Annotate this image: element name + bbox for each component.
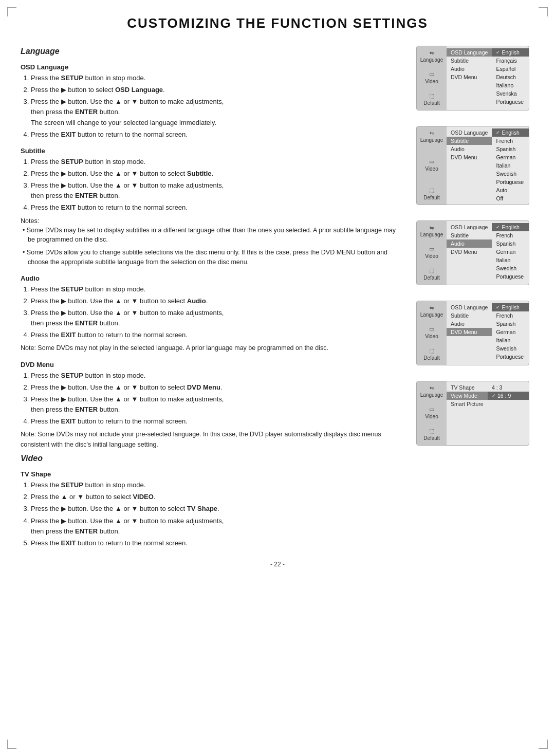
- vid-col2-169: ✓ 16 : 9: [488, 392, 529, 400]
- page-number: - 22 -: [21, 561, 534, 568]
- audio-col2-spanish: Spanish: [492, 239, 529, 248]
- audio-col1-subtitle: Subtitle: [447, 231, 492, 239]
- sub-col1-dvd: DVD Menu: [447, 153, 492, 161]
- notes-label: Notes:: [21, 217, 402, 225]
- sub-col2-german: German: [492, 153, 529, 161]
- dvd-col2-french: French: [492, 311, 529, 320]
- audio-step-1: Press the SETUP button in stop mode.: [31, 284, 402, 294]
- audio-step-4: Press the EXIT button to return to the n…: [31, 330, 402, 340]
- tv-shape-heading: TV Shape: [21, 470, 402, 478]
- dvd-col1-audio: Audio: [447, 320, 492, 328]
- subtitle-step-2: Press the ▶ button. Use the ▲ or ▼ butto…: [31, 169, 402, 179]
- osd-col2-french: Français: [492, 57, 529, 65]
- sub-video-icon: ▭: [429, 158, 434, 165]
- audio-step-2: Press the ▶ button. Use the ▲ or ▼ butto…: [31, 296, 402, 306]
- sub-col1-osd: OSD Language: [447, 128, 492, 137]
- osd-col2-portuguese: Portuguese: [492, 98, 529, 106]
- subtitle-note-1: Some DVDs may be set to display subtitle…: [28, 226, 402, 245]
- page-title: CUSTOMIZING THE FUNCTION SETTINGS: [21, 15, 534, 31]
- audio-sidebar-default: ⬚ Default: [423, 267, 440, 281]
- audio-video-icon: ▭: [429, 246, 434, 252]
- sub-col2-english: ✓ English: [492, 128, 529, 137]
- subtitle-step-3: Press the ▶ button. Use the ▲ or ▼ butto…: [31, 180, 402, 201]
- osd-col1-item-dvd: DVD Menu: [447, 73, 492, 81]
- video-section-heading: Video: [21, 454, 402, 463]
- osd-col2-italian: Italiano: [492, 81, 529, 89]
- subtitle-note-2: Some DVDs allow you to change subtitle s…: [28, 248, 402, 267]
- sub-check-icon: ✓: [496, 130, 500, 135]
- dvd-col1-subtitle: Subtitle: [447, 311, 492, 320]
- audio-sidebar-video-label: Video: [425, 253, 438, 259]
- audio-col1-audio: Audio: [447, 239, 492, 248]
- sub-sidebar-default: ⬚ Default: [423, 187, 440, 200]
- video-icon: ▭: [429, 71, 434, 78]
- check-icon: ✓: [496, 50, 500, 55]
- vid-default-icon: ⬚: [429, 428, 434, 434]
- dvd-menu-content: OSD Language Subtitle Audio DVD Menu ✓ E…: [447, 301, 529, 365]
- tv-shape-steps: Press the SETUP button in stop mode. Pre…: [31, 480, 402, 548]
- video-menu-content: TV Shape View Mode Smart Picture 4 : 3 ✓…: [447, 381, 529, 445]
- subtitle-col1: OSD Language Subtitle Audio DVD Menu: [447, 126, 492, 205]
- osd-step-3: Press the ▶ button. Use the ▲ or ▼ butto…: [31, 97, 402, 127]
- subtitle-heading: Subtitle: [21, 147, 402, 155]
- left-column: Language OSD Language Press the SETUP bu…: [21, 43, 402, 551]
- video-menu-sidebar: ⇆ Language ▭ Video ⬚ Default: [417, 381, 447, 445]
- audio-col1: OSD Language Subtitle Audio DVD Menu: [447, 221, 492, 285]
- dvd-step-1: Press the SETUP button in stop mode.: [31, 371, 402, 381]
- audio-note: Note: Some DVDs may not play in the sele…: [21, 343, 402, 353]
- video-section: Video TV Shape Press the SETUP button in…: [21, 454, 402, 548]
- dvd-col2-swedish: Swedish: [492, 344, 529, 353]
- video-menu-box: ⇆ Language ▭ Video ⬚ Default TV Shape: [416, 381, 529, 446]
- dvd-sidebar-language-label: Language: [420, 312, 443, 318]
- dvd-step-3: Press the ▶ button. Use the ▲ or ▼ butto…: [31, 394, 402, 415]
- content-wrapper: Language OSD Language Press the SETUP bu…: [21, 43, 534, 551]
- sub-sidebar-language-label: Language: [420, 137, 443, 143]
- video-col2: 4 : 3 ✓ 16 : 9: [488, 381, 529, 445]
- sidebar-language-label: Language: [420, 57, 443, 63]
- osd-language-subsection: OSD Language Press the SETUP button in s…: [21, 63, 402, 140]
- vid-sidebar-default-label: Default: [423, 435, 440, 441]
- audio-col2-swedish: Swedish: [492, 264, 529, 272]
- sub-col2-spanish: Spanish: [492, 145, 529, 153]
- tv-shape-step-3: Press the ▶ button. Use the ▲ or ▼ butto…: [31, 504, 402, 514]
- video-menu-inner: ⇆ Language ▭ Video ⬚ Default TV Shape: [417, 381, 529, 445]
- video-col1: TV Shape View Mode Smart Picture: [447, 381, 488, 445]
- sub-col2-portuguese: Portuguese: [492, 178, 529, 186]
- vid-language-arrow-icon: ⇆: [430, 385, 434, 391]
- dvd-col2-german: German: [492, 328, 529, 336]
- osd-col2-spanish: Español: [492, 65, 529, 73]
- audio-sidebar-language-label: Language: [420, 232, 443, 237]
- subtitle-step-4: Press the EXIT button to return to the n…: [31, 202, 402, 213]
- vid-col1-smartpicture: Smart Picture: [447, 400, 488, 408]
- audio-menu-box: ⇆ Language ▭ Video ⬚ Default OSD Languag…: [416, 220, 529, 285]
- vid-sidebar-video-label: Video: [425, 414, 438, 419]
- sidebar-default-label: Default: [423, 100, 440, 106]
- osd-step-1: Press the SETUP button in stop mode.: [31, 73, 402, 83]
- dvd-col2: ✓ English French Spanish German Italian …: [492, 301, 529, 365]
- corner-mark-bl: [7, 740, 16, 749]
- dvd-col1-osd: OSD Language: [447, 303, 492, 311]
- dvd-menu-sidebar: ⇆ Language ▭ Video ⬚ Default: [417, 301, 447, 365]
- tv-shape-step-5: Press the EXIT button to return to the n…: [31, 538, 402, 548]
- subtitle-subsection: Subtitle Press the SETUP button in stop …: [21, 147, 402, 267]
- sidebar-video-label: Video: [425, 79, 438, 84]
- subtitle-menu-inner: ⇆ Language ▭ Video ⬚ Default OSD Languag…: [417, 126, 529, 205]
- sidebar-language-item: ⇆ Language: [420, 50, 443, 63]
- dvd-sidebar-video: ▭ Video: [425, 326, 438, 339]
- osd-col2-swedish: Svenska: [492, 89, 529, 98]
- language-section: Language OSD Language Press the SETUP bu…: [21, 47, 402, 450]
- audio-col2-german: German: [492, 248, 529, 256]
- sub-language-arrow-icon: ⇆: [430, 131, 434, 136]
- vid-sidebar-video: ▭ Video: [425, 406, 438, 419]
- dvd-step-2: Press the ▶ button. Use the ▲ or ▼ butto…: [31, 382, 402, 393]
- osd-language-menu-inner: ⇆ Language ▭ Video ⬚ Default OSD Languag…: [417, 46, 529, 110]
- osd-language-heading: OSD Language: [21, 63, 402, 71]
- corner-mark-tl: [7, 7, 16, 16]
- sidebar-video-item: ▭ Video: [425, 71, 438, 84]
- dvd-menu-subsection: DVD Menu Press the SETUP button in stop …: [21, 361, 402, 450]
- audio-menu-inner: ⇆ Language ▭ Video ⬚ Default OSD Languag…: [417, 221, 529, 285]
- vid-video-icon: ▭: [429, 406, 434, 413]
- audio-col2-english: ✓ English: [492, 223, 529, 231]
- osd-col1-item-osd: OSD Language: [447, 48, 492, 57]
- dvd-menu-steps: Press the SETUP button in stop mode. Pre…: [31, 371, 402, 427]
